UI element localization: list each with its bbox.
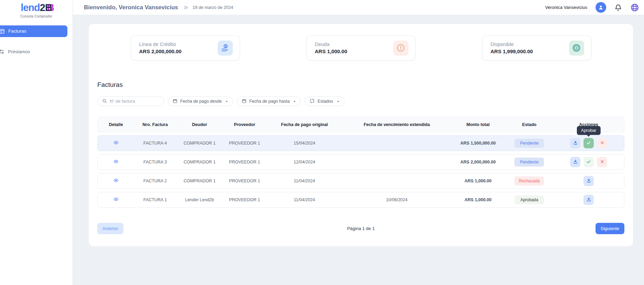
cell-fecha-original: 11/04/2024: [266, 179, 343, 183]
sidebar: lend2BB Consola Comprador Facturas Prést…: [0, 0, 73, 285]
cell-factura: FACTURA 1: [134, 197, 176, 202]
page-title: Facturas: [97, 81, 624, 89]
header-user-name: Veronica Vansevicius: [545, 5, 587, 10]
tooltip-aprobar: Aprobar: [577, 126, 600, 135]
view-detail-button[interactable]: [113, 140, 119, 145]
stats-row: Línea de Crédito ARS 2,000,000.00 $ Deud…: [97, 35, 624, 60]
table-row[interactable]: FACTURA 4 COMPRADOR 1 PROVEEDOR 1 15/04/…: [97, 135, 624, 151]
pagination: Anterior Página 1 de 1 Siguiente: [97, 223, 624, 234]
sidebar-item-label: Préstamos: [8, 49, 30, 54]
svg-text:$: $: [225, 45, 227, 48]
calendar-icon: [173, 99, 177, 104]
filter-label: Fecha de pago desde: [180, 99, 222, 104]
view-detail-button[interactable]: [113, 178, 119, 183]
column-header: Monto total: [451, 122, 505, 127]
brand-logo: lend2BB Consola Comprador: [0, 0, 73, 18]
cell-factura: FACTURA 3: [134, 160, 176, 164]
content-card: Línea de Crédito ARS 2,000,000.00 $ Deud…: [89, 24, 633, 246]
cell-proveedor: PROVEEDOR 1: [223, 179, 266, 183]
download-button[interactable]: [583, 176, 594, 186]
filter-fecha-pago-hasta[interactable]: Fecha de pago hasta: [237, 96, 301, 106]
reject-button[interactable]: [597, 157, 607, 167]
caret-down-icon: [293, 100, 296, 103]
bell-icon[interactable]: [614, 4, 622, 11]
column-header: Estado: [505, 122, 553, 127]
reject-button[interactable]: [597, 138, 607, 148]
cell-monto: ARS 1,000.00: [451, 179, 505, 183]
header-date: 19 de marzo de 2024: [193, 5, 233, 10]
previous-page-button[interactable]: Anterior: [97, 223, 123, 234]
cell-factura: FACTURA 2: [134, 179, 176, 183]
cell-monto: ARS 2,000,000.00: [451, 160, 505, 164]
globe-icon[interactable]: [630, 3, 639, 12]
x-icon: [600, 140, 604, 146]
column-header: Fecha de vencimiento extendida: [343, 122, 450, 127]
x-icon: [600, 159, 604, 165]
logo-2: 2: [40, 2, 45, 13]
stat-value: ARS 2,000,000.00: [139, 48, 182, 54]
cell-monto: ARS 1,000.00: [451, 197, 505, 202]
user-avatar-icon[interactable]: [596, 2, 606, 13]
download-button[interactable]: [570, 157, 580, 167]
view-detail-button[interactable]: [113, 159, 119, 164]
approve-button[interactable]: [583, 157, 594, 167]
sidebar-item-label: Facturas: [8, 28, 26, 34]
stat-label: Deuda: [315, 42, 347, 47]
approve-button[interactable]: Aprobar: [583, 138, 594, 148]
cell-monto: ARS 1,500,000.00: [451, 141, 505, 146]
svg-text:$: $: [576, 46, 577, 50]
status-badge: Pendiente: [514, 139, 544, 148]
cell-deudor: Lender Lend2b: [176, 197, 223, 202]
alert-octagon-icon: [393, 41, 408, 56]
logo-b: B: [45, 2, 52, 13]
caret-down-icon: [337, 100, 340, 103]
column-header: Fecha de pago original: [266, 122, 343, 127]
stat-card-disponible: Disponible ARS 1,999,000.00 $: [482, 35, 591, 60]
filters-row: Fecha de pago desde Fecha de pago hasta: [97, 96, 624, 106]
stat-label: Disponible: [491, 42, 533, 47]
filter-fecha-pago-desde[interactable]: Fecha de pago desde: [168, 96, 233, 106]
invoices-table: Detalle Nro. Factura Deudor Proveedor Fe…: [97, 117, 624, 208]
coins-icon: $: [569, 41, 584, 56]
download-icon: [573, 159, 578, 165]
invoice-search-field[interactable]: [97, 96, 164, 106]
download-icon: [586, 197, 591, 203]
sidebar-item-prestamos[interactable]: Préstamos: [0, 46, 73, 58]
table-row[interactable]: FACTURA 1 Lender Lend2b PROVEEDOR 1 11/0…: [97, 192, 624, 208]
status-badge: Rechazada: [514, 176, 544, 185]
page-indicator: Página 1 de 1: [347, 226, 374, 231]
search-icon: [102, 99, 107, 104]
logo-lend: lend: [21, 2, 40, 13]
column-header: Detalle: [98, 122, 134, 127]
status-badge: Aprobada: [514, 195, 544, 204]
chevron-double-right-icon: [183, 5, 189, 10]
cell-deudor: COMPRADOR 1: [176, 179, 223, 183]
status-badge: Pendiente: [514, 158, 544, 167]
cell-factura: FACTURA 4: [134, 141, 176, 146]
search-input[interactable]: [110, 99, 159, 104]
download-button[interactable]: [570, 138, 580, 148]
stat-card-linea-credito: Línea de Crédito ARS 2,000,000.00 $: [131, 35, 240, 60]
view-detail-button[interactable]: [113, 197, 119, 202]
welcome-title: Bienvenido, Veronica Vansevicius: [84, 4, 178, 11]
cell-proveedor: PROVEEDOR 1: [223, 197, 266, 202]
download-icon: [586, 178, 591, 184]
filter-label: Fecha de pago hasta: [249, 99, 290, 104]
check-icon: [586, 159, 591, 165]
table-header-row: Detalle Nro. Factura Deudor Proveedor Fe…: [97, 117, 624, 132]
cell-proveedor: PROVEEDOR 1: [223, 160, 266, 164]
cell-fecha-original: 12/04/2024: [266, 160, 343, 164]
next-page-button[interactable]: Siguiente: [596, 223, 624, 234]
sidebar-item-facturas[interactable]: Facturas: [0, 25, 67, 37]
brand-subtitle: Consola Comprador: [0, 14, 73, 18]
calendar-icon: [242, 99, 247, 104]
filter-estados[interactable]: Estados: [305, 96, 344, 106]
check-icon: [586, 140, 591, 146]
table-row[interactable]: FACTURA 2 COMPRADOR 1 PROVEEDOR 1 11/04/…: [97, 173, 624, 189]
cell-deudor: COMPRADOR 1: [176, 160, 223, 164]
column-header: Deudor: [176, 122, 223, 127]
filter-label: Estados: [317, 99, 333, 104]
table-row[interactable]: FACTURA 3 COMPRADOR 1 PROVEEDOR 1 12/04/…: [97, 154, 624, 170]
stat-card-deuda: Deuda ARS 1,000.00: [306, 35, 416, 60]
download-button[interactable]: [583, 195, 594, 205]
